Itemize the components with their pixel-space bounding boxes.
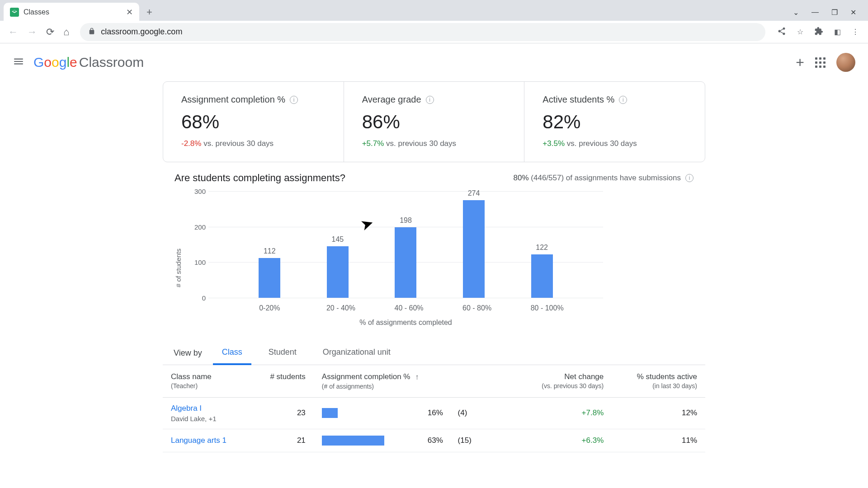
view-by-label: View by <box>171 342 205 364</box>
bar <box>395 227 416 298</box>
x-ticks: 0-20%20 - 40%40 - 60%60 - 80%80 - 100% <box>208 304 603 312</box>
stat-card-completion: Assignment completion % i 68% -2.8% vs. … <box>163 82 344 162</box>
cell-completion: 63% (15) <box>314 429 516 452</box>
table-row: Algebra IDavid Lake, +12316% (4)+7.8%12% <box>163 397 705 429</box>
completion-pct: 16% <box>428 408 443 418</box>
col-completion[interactable]: Assignment completion % ↑ (# of assignme… <box>314 365 516 397</box>
info-icon[interactable]: i <box>685 174 693 182</box>
info-icon[interactable]: i <box>619 96 627 104</box>
bar-column: 112 <box>258 247 281 298</box>
apps-icon[interactable] <box>815 57 826 68</box>
bar-value-label: 274 <box>468 189 480 197</box>
view-tabs: View by Class Student Organizational uni… <box>163 341 705 365</box>
reload-button[interactable]: ⟳ <box>44 24 56 40</box>
tab-class[interactable]: Class <box>213 341 251 365</box>
bar-value-label: 112 <box>264 247 276 255</box>
app-logo[interactable]: Google Classroom <box>33 55 144 70</box>
completion-count: (4) <box>458 408 467 418</box>
create-button[interactable]: + <box>796 54 804 71</box>
stat-delta: +3.5% vs. previous 30 days <box>542 139 687 148</box>
close-window-icon[interactable]: ✕ <box>850 8 856 17</box>
new-tab-button[interactable]: + <box>146 6 152 18</box>
progress-bar <box>322 436 421 446</box>
stat-card-active: Active students % i 82% +3.5% vs. previo… <box>524 82 705 162</box>
bar <box>463 200 485 298</box>
class-link[interactable]: Language arts 1 <box>171 436 242 445</box>
cell-completion: 16% (4) <box>314 397 516 429</box>
info-icon[interactable]: i <box>290 96 298 104</box>
tab-org-unit[interactable]: Organizational unit <box>314 341 400 365</box>
tab-strip: Classes ✕ + ⌄ — ❐ ✕ <box>0 0 868 21</box>
y-tick: 0 <box>186 294 206 302</box>
cell-class: Language arts 1 <box>163 429 250 452</box>
x-axis-label: % of assignments completed <box>208 319 603 327</box>
bars: 112145198274122 <box>208 191 603 298</box>
stat-title: Average grade <box>362 94 421 105</box>
stat-delta: +5.7% vs. previous 30 days <box>362 139 506 148</box>
y-tick: 300 <box>186 188 206 195</box>
bar <box>259 258 280 298</box>
extensions-icon[interactable] <box>811 24 826 40</box>
sidepanel-icon[interactable]: ◧ <box>831 25 844 39</box>
back-button[interactable]: ← <box>6 24 20 40</box>
menu-icon[interactable] <box>13 56 24 69</box>
cell-active: 12% <box>612 397 705 429</box>
stat-row: Assignment completion % i 68% -2.8% vs. … <box>163 81 705 162</box>
chart-section: Are students completing assignments? 80%… <box>163 172 705 327</box>
chevron-down-icon[interactable]: ⌄ <box>793 8 799 17</box>
share-icon[interactable] <box>774 24 789 40</box>
col-students[interactable]: # students <box>250 365 314 397</box>
bar-value-label: 145 <box>332 235 344 244</box>
forward-button[interactable]: → <box>25 24 39 40</box>
tab-title: Classes <box>24 8 122 16</box>
browser-chrome: Classes ✕ + ⌄ — ❐ ✕ ← → ⟳ ⌂ classroom.go… <box>0 0 868 43</box>
bookmark-icon[interactable]: ☆ <box>794 25 806 39</box>
cell-class: Algebra IDavid Lake, +1 <box>163 397 250 429</box>
y-axis-label: # of students <box>175 230 182 287</box>
completion-count: (15) <box>458 436 472 445</box>
stat-value: 86% <box>362 111 506 133</box>
classroom-favicon <box>10 8 19 17</box>
cell-netchange: +6.3% <box>516 429 612 452</box>
restore-icon[interactable]: ❐ <box>831 8 838 17</box>
close-icon[interactable]: ✕ <box>126 7 133 17</box>
stat-value: 68% <box>181 111 326 133</box>
kebab-icon[interactable]: ⋮ <box>849 25 862 39</box>
minimize-icon[interactable]: — <box>811 8 819 17</box>
y-tick: 200 <box>186 223 206 230</box>
stat-card-grade: Average grade i 86% +5.7% vs. previous 3… <box>344 82 524 162</box>
chart-question: Are students completing assignments? <box>175 172 345 184</box>
x-tick: 40 - 60% <box>394 304 417 312</box>
plot-area: 0100200300112145198274122 <box>208 191 603 298</box>
content: Assignment completion % i 68% -2.8% vs. … <box>0 81 868 452</box>
col-netchange[interactable]: Net change (vs. previous 30 days) <box>516 365 612 397</box>
cell-students: 21 <box>250 429 314 452</box>
bar-value-label: 198 <box>400 216 412 225</box>
bar <box>327 246 349 298</box>
info-icon[interactable]: i <box>426 96 434 104</box>
avatar[interactable] <box>836 53 855 72</box>
table-row: Language arts 12163% (15)+6.3%11% <box>163 429 705 452</box>
x-tick: 60 - 80% <box>462 304 485 312</box>
bar-column: 274 <box>462 189 485 298</box>
window-controls: ⌄ — ❐ ✕ <box>793 8 864 17</box>
col-class[interactable]: Class name (Teacher) <box>163 365 250 397</box>
bar-value-label: 122 <box>536 244 548 252</box>
chart: # of students 0100200300112145198274122 … <box>163 191 705 327</box>
address-bar[interactable]: classroom.google.com <box>80 23 765 41</box>
stat-delta: -2.8% vs. previous 30 days <box>181 139 326 148</box>
teacher-text: David Lake, +1 <box>171 415 242 422</box>
cell-netchange: +7.8% <box>516 397 612 429</box>
progress-bar <box>322 408 421 418</box>
browser-tab[interactable]: Classes ✕ <box>4 3 139 22</box>
x-tick: 0-20% <box>258 304 281 312</box>
bar <box>531 254 553 298</box>
x-tick: 80 - 100% <box>531 304 553 312</box>
sort-arrow-icon: ↑ <box>415 373 419 382</box>
browser-toolbar: ← → ⟳ ⌂ classroom.google.com ☆ ◧ ⋮ <box>0 21 868 43</box>
tab-student[interactable]: Student <box>259 341 306 365</box>
home-button[interactable]: ⌂ <box>61 24 71 40</box>
url-text: classroom.google.com <box>101 27 182 37</box>
class-link[interactable]: Algebra I <box>171 404 242 413</box>
col-active[interactable]: % students active (in last 30 days) <box>612 365 705 397</box>
